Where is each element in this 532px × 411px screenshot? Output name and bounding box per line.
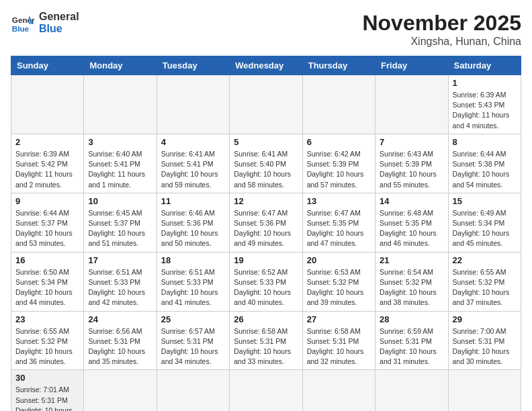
- calendar-cell: 20Sunrise: 6:53 AM Sunset: 5:32 PM Dayli…: [302, 252, 375, 311]
- calendar-cell: [230, 370, 302, 411]
- day-number: 20: [307, 255, 371, 265]
- day-info: Sunrise: 7:01 AM Sunset: 5:31 PM Dayligh…: [15, 385, 79, 411]
- calendar-week-5: 30Sunrise: 7:01 AM Sunset: 5:31 PM Dayli…: [11, 370, 521, 411]
- calendar-cell: 30Sunrise: 7:01 AM Sunset: 5:31 PM Dayli…: [11, 370, 84, 411]
- day-number: 28: [380, 314, 443, 324]
- calendar-cell: 25Sunrise: 6:57 AM Sunset: 5:31 PM Dayli…: [157, 311, 229, 370]
- day-number: 14: [380, 196, 443, 206]
- weekday-header-row: SundayMondayTuesdayWednesdayThursdayFrid…: [11, 56, 521, 75]
- logo: General Blue General Blue: [11, 11, 79, 35]
- day-info: Sunrise: 6:41 AM Sunset: 5:41 PM Dayligh…: [161, 149, 225, 190]
- calendar-cell: 29Sunrise: 7:00 AM Sunset: 5:31 PM Dayli…: [448, 311, 521, 370]
- calendar-cell: [375, 370, 448, 411]
- day-number: 6: [307, 137, 371, 147]
- day-info: Sunrise: 6:57 AM Sunset: 5:31 PM Dayligh…: [161, 326, 225, 367]
- weekday-header-monday: Monday: [84, 56, 157, 75]
- calendar-cell: 10Sunrise: 6:45 AM Sunset: 5:37 PM Dayli…: [84, 193, 157, 252]
- day-number: 30: [15, 373, 79, 383]
- day-number: 13: [307, 196, 371, 206]
- day-number: 21: [380, 255, 443, 265]
- day-info: Sunrise: 6:58 AM Sunset: 5:31 PM Dayligh…: [307, 326, 371, 367]
- calendar-cell: [11, 75, 84, 134]
- calendar-cell: [157, 370, 229, 411]
- day-info: Sunrise: 6:45 AM Sunset: 5:37 PM Dayligh…: [88, 208, 152, 249]
- calendar-cell: 2Sunrise: 6:39 AM Sunset: 5:42 PM Daylig…: [11, 134, 84, 193]
- svg-text:Blue: Blue: [12, 24, 30, 33]
- day-number: 8: [453, 137, 517, 147]
- weekday-header-friday: Friday: [375, 56, 448, 75]
- day-info: Sunrise: 6:54 AM Sunset: 5:32 PM Dayligh…: [380, 267, 443, 308]
- calendar-cell: 1Sunrise: 6:39 AM Sunset: 5:43 PM Daylig…: [448, 75, 521, 134]
- calendar-body: 1Sunrise: 6:39 AM Sunset: 5:43 PM Daylig…: [11, 75, 521, 412]
- day-info: Sunrise: 6:47 AM Sunset: 5:36 PM Dayligh…: [234, 208, 298, 249]
- day-info: Sunrise: 6:43 AM Sunset: 5:39 PM Dayligh…: [380, 149, 443, 190]
- day-number: 27: [307, 314, 371, 324]
- weekday-header-saturday: Saturday: [448, 56, 521, 75]
- calendar-cell: 18Sunrise: 6:51 AM Sunset: 5:33 PM Dayli…: [157, 252, 229, 311]
- day-number: 17: [88, 255, 152, 265]
- calendar-cell: [302, 370, 375, 411]
- calendar-header: SundayMondayTuesdayWednesdayThursdayFrid…: [11, 56, 521, 75]
- day-number: 7: [380, 137, 443, 147]
- calendar-week-4: 23Sunrise: 6:55 AM Sunset: 5:32 PM Dayli…: [11, 311, 521, 370]
- day-info: Sunrise: 6:51 AM Sunset: 5:33 PM Dayligh…: [161, 267, 225, 308]
- day-number: 19: [234, 255, 298, 265]
- day-info: Sunrise: 6:48 AM Sunset: 5:35 PM Dayligh…: [380, 208, 443, 249]
- calendar-cell: [230, 75, 302, 134]
- day-number: 11: [161, 196, 225, 206]
- calendar-week-1: 2Sunrise: 6:39 AM Sunset: 5:42 PM Daylig…: [11, 134, 521, 193]
- weekday-header-tuesday: Tuesday: [157, 56, 229, 75]
- logo-icon: General Blue: [11, 11, 35, 35]
- day-info: Sunrise: 6:39 AM Sunset: 5:42 PM Dayligh…: [15, 149, 79, 190]
- day-number: 16: [15, 255, 79, 265]
- day-number: 1: [453, 78, 517, 88]
- day-number: 26: [234, 314, 298, 324]
- calendar-cell: 11Sunrise: 6:46 AM Sunset: 5:36 PM Dayli…: [157, 193, 229, 252]
- day-number: 10: [88, 196, 152, 206]
- calendar-cell: 7Sunrise: 6:43 AM Sunset: 5:39 PM Daylig…: [375, 134, 448, 193]
- day-info: Sunrise: 6:49 AM Sunset: 5:34 PM Dayligh…: [453, 208, 517, 249]
- calendar-cell: 26Sunrise: 6:58 AM Sunset: 5:31 PM Dayli…: [230, 311, 302, 370]
- calendar-cell: 28Sunrise: 6:59 AM Sunset: 5:31 PM Dayli…: [375, 311, 448, 370]
- day-number: 25: [161, 314, 225, 324]
- day-info: Sunrise: 6:58 AM Sunset: 5:31 PM Dayligh…: [234, 326, 298, 367]
- day-info: Sunrise: 6:40 AM Sunset: 5:41 PM Dayligh…: [88, 149, 152, 190]
- calendar-cell: 5Sunrise: 6:41 AM Sunset: 5:40 PM Daylig…: [230, 134, 302, 193]
- calendar-table: SundayMondayTuesdayWednesdayThursdayFrid…: [11, 56, 521, 411]
- day-info: Sunrise: 6:53 AM Sunset: 5:32 PM Dayligh…: [307, 267, 371, 308]
- calendar-cell: 3Sunrise: 6:40 AM Sunset: 5:41 PM Daylig…: [84, 134, 157, 193]
- logo-general: General: [39, 11, 79, 23]
- calendar-cell: [448, 370, 521, 411]
- calendar-cell: 24Sunrise: 6:56 AM Sunset: 5:31 PM Dayli…: [84, 311, 157, 370]
- calendar-cell: 16Sunrise: 6:50 AM Sunset: 5:34 PM Dayli…: [11, 252, 84, 311]
- day-info: Sunrise: 6:42 AM Sunset: 5:39 PM Dayligh…: [307, 149, 371, 190]
- calendar-title: November 2025: [362, 11, 521, 36]
- day-info: Sunrise: 6:44 AM Sunset: 5:38 PM Dayligh…: [453, 149, 517, 190]
- calendar-cell: 8Sunrise: 6:44 AM Sunset: 5:38 PM Daylig…: [448, 134, 521, 193]
- day-info: Sunrise: 6:51 AM Sunset: 5:33 PM Dayligh…: [88, 267, 152, 308]
- calendar-cell: 4Sunrise: 6:41 AM Sunset: 5:41 PM Daylig…: [157, 134, 229, 193]
- calendar-cell: [375, 75, 448, 134]
- day-info: Sunrise: 6:39 AM Sunset: 5:43 PM Dayligh…: [453, 90, 517, 131]
- day-number: 3: [88, 137, 152, 147]
- day-info: Sunrise: 7:00 AM Sunset: 5:31 PM Dayligh…: [453, 326, 517, 367]
- day-number: 18: [161, 255, 225, 265]
- calendar-cell: [302, 75, 375, 134]
- logo-blue: Blue: [39, 23, 79, 35]
- calendar-subtitle: Xingsha, Hunan, China: [362, 36, 521, 48]
- calendar-week-0: 1Sunrise: 6:39 AM Sunset: 5:43 PM Daylig…: [11, 75, 521, 134]
- day-number: 24: [88, 314, 152, 324]
- calendar-cell: 23Sunrise: 6:55 AM Sunset: 5:32 PM Dayli…: [11, 311, 84, 370]
- day-number: 2: [15, 137, 79, 147]
- calendar-cell: [84, 75, 157, 134]
- calendar-cell: 6Sunrise: 6:42 AM Sunset: 5:39 PM Daylig…: [302, 134, 375, 193]
- day-number: 23: [15, 314, 79, 324]
- calendar-cell: 17Sunrise: 6:51 AM Sunset: 5:33 PM Dayli…: [84, 252, 157, 311]
- day-number: 15: [453, 196, 517, 206]
- day-info: Sunrise: 6:55 AM Sunset: 5:32 PM Dayligh…: [453, 267, 517, 308]
- weekday-header-sunday: Sunday: [11, 56, 84, 75]
- calendar-week-3: 16Sunrise: 6:50 AM Sunset: 5:34 PM Dayli…: [11, 252, 521, 311]
- day-info: Sunrise: 6:46 AM Sunset: 5:36 PM Dayligh…: [161, 208, 225, 249]
- day-number: 4: [161, 137, 225, 147]
- calendar-cell: [157, 75, 229, 134]
